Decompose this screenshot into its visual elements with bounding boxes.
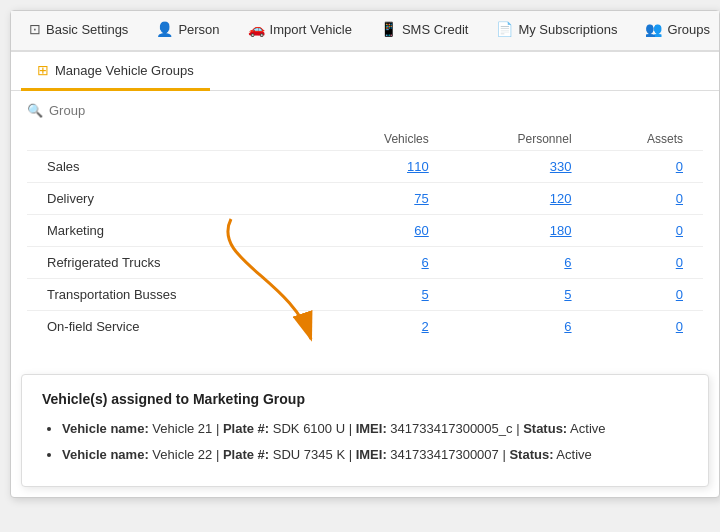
search-input[interactable] xyxy=(49,103,217,118)
group-personnel: 120 xyxy=(449,183,592,215)
person-icon: 👤 xyxy=(156,21,173,37)
tab-basic-settings-label: Basic Settings xyxy=(46,22,128,37)
group-personnel: 5 xyxy=(449,279,592,311)
import-vehicle-icon: 🚗 xyxy=(248,21,265,37)
group-assets: 0 xyxy=(592,151,703,183)
assets-link[interactable]: 0 xyxy=(676,159,683,174)
col-header-name xyxy=(27,128,322,151)
tab-basic-settings[interactable]: ⊡ Basic Settings xyxy=(15,11,142,50)
group-vehicles: 6 xyxy=(322,247,449,279)
popup-card: Vehicle(s) assigned to Marketing Group V… xyxy=(21,374,709,487)
group-name: Marketing xyxy=(27,215,322,247)
search-icon: 🔍 xyxy=(27,103,43,118)
group-personnel: 330 xyxy=(449,151,592,183)
group-assets: 0 xyxy=(592,183,703,215)
group-name: Delivery xyxy=(27,183,322,215)
group-name: Refrigerated Trucks xyxy=(27,247,322,279)
group-vehicles: 60 xyxy=(322,215,449,247)
popup-title: Vehicle(s) assigned to Marketing Group xyxy=(42,391,688,407)
group-name: Sales xyxy=(27,151,322,183)
table-row: Transportation Busses 5 5 0 xyxy=(27,279,703,311)
sub-tab-bar: ⊞ Manage Vehicle Groups xyxy=(11,52,719,91)
assets-link[interactable]: 0 xyxy=(676,223,683,238)
col-header-assets: Assets xyxy=(592,128,703,151)
group-vehicles: 75 xyxy=(322,183,449,215)
main-window: ⊡ Basic Settings 👤 Person 🚗 Import Vehic… xyxy=(10,10,720,498)
assets-link[interactable]: 0 xyxy=(676,255,683,270)
group-vehicles: 5 xyxy=(322,279,449,311)
group-assets: 0 xyxy=(592,215,703,247)
tab-import-vehicle-label: Import Vehicle xyxy=(270,22,352,37)
assets-link[interactable]: 0 xyxy=(676,191,683,206)
vehicles-link[interactable]: 110 xyxy=(407,159,429,174)
vehicles-link[interactable]: 2 xyxy=(422,319,429,334)
personnel-link[interactable]: 330 xyxy=(550,159,572,174)
col-header-vehicles: Vehicles xyxy=(322,128,449,151)
table-row: Delivery 75 120 0 xyxy=(27,183,703,215)
group-assets: 0 xyxy=(592,247,703,279)
popup-vehicle-item: Vehicle name: Vehicle 22 | Plate #: SDU … xyxy=(62,445,688,465)
search-bar: 🔍 xyxy=(27,103,703,118)
tab-my-subscriptions-label: My Subscriptions xyxy=(518,22,617,37)
personnel-link[interactable]: 6 xyxy=(564,255,571,270)
vehicles-link[interactable]: 75 xyxy=(414,191,428,206)
vehicle-groups-table: Vehicles Personnel Assets Sales 110 330 … xyxy=(27,128,703,342)
subtab-label: Manage Vehicle Groups xyxy=(55,63,194,78)
tab-sms-credit[interactable]: 📱 SMS Credit xyxy=(366,11,482,50)
group-name: On-field Service xyxy=(27,311,322,343)
personnel-link[interactable]: 6 xyxy=(564,319,571,334)
table-row: On-field Service 2 6 0 xyxy=(27,311,703,343)
groups-icon: 👥 xyxy=(645,21,662,37)
popup-vehicle-list: Vehicle name: Vehicle 21 | Plate #: SDK … xyxy=(42,419,688,464)
popup-vehicle-item: Vehicle name: Vehicle 21 | Plate #: SDK … xyxy=(62,419,688,439)
group-vehicles: 110 xyxy=(322,151,449,183)
group-name: Transportation Busses xyxy=(27,279,322,311)
subtab-manage-vehicle-groups[interactable]: ⊞ Manage Vehicle Groups xyxy=(21,52,210,91)
tab-import-vehicle[interactable]: 🚗 Import Vehicle xyxy=(234,11,366,50)
subtab-icon: ⊞ xyxy=(37,62,49,78)
col-header-personnel: Personnel xyxy=(449,128,592,151)
vehicles-link[interactable]: 5 xyxy=(422,287,429,302)
assets-link[interactable]: 0 xyxy=(676,287,683,302)
group-personnel: 180 xyxy=(449,215,592,247)
my-subscriptions-icon: 📄 xyxy=(496,21,513,37)
personnel-link[interactable]: 120 xyxy=(550,191,572,206)
group-assets: 0 xyxy=(592,279,703,311)
table-row: Refrigerated Trucks 6 6 0 xyxy=(27,247,703,279)
basic-settings-icon: ⊡ xyxy=(29,21,41,37)
assets-link[interactable]: 0 xyxy=(676,319,683,334)
group-assets: 0 xyxy=(592,311,703,343)
group-personnel: 6 xyxy=(449,311,592,343)
table-row: Sales 110 330 0 xyxy=(27,151,703,183)
vehicles-link[interactable]: 6 xyxy=(422,255,429,270)
top-nav: ⊡ Basic Settings 👤 Person 🚗 Import Vehic… xyxy=(11,11,719,52)
table-row: Marketing 60 180 0 xyxy=(27,215,703,247)
group-vehicles: 2 xyxy=(322,311,449,343)
tab-my-subscriptions[interactable]: 📄 My Subscriptions xyxy=(482,11,631,50)
group-personnel: 6 xyxy=(449,247,592,279)
tab-sms-credit-label: SMS Credit xyxy=(402,22,468,37)
tab-groups-label: Groups xyxy=(667,22,710,37)
content-area: 🔍 Vehicles Personnel Assets Sales 110 33… xyxy=(11,91,719,354)
tab-person[interactable]: 👤 Person xyxy=(142,11,233,50)
vehicles-link[interactable]: 60 xyxy=(414,223,428,238)
sms-credit-icon: 📱 xyxy=(380,21,397,37)
personnel-link[interactable]: 5 xyxy=(564,287,571,302)
tab-groups[interactable]: 👥 Groups xyxy=(631,11,720,50)
personnel-link[interactable]: 180 xyxy=(550,223,572,238)
tab-person-label: Person xyxy=(178,22,219,37)
